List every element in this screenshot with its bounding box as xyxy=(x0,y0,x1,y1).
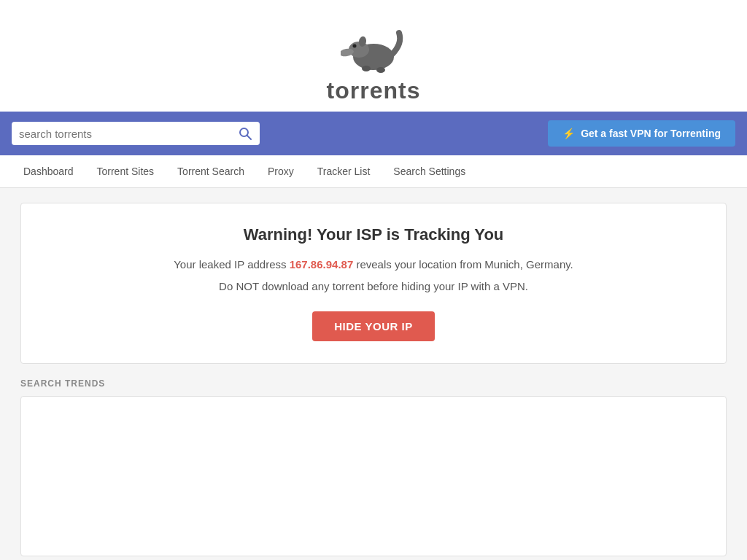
search-trends-label: SEARCH TRENDS xyxy=(20,378,727,389)
warning-line1-suffix: reveals your location from Munich, Germa… xyxy=(356,258,573,271)
nav-item-proxy[interactable]: Proxy xyxy=(256,155,306,187)
search-trends-section: SEARCH TRENDS xyxy=(20,378,727,556)
warning-line2: Do NOT download any torrent before hidin… xyxy=(36,278,711,295)
svg-line-8 xyxy=(247,136,252,140)
search-bar-area: ⚡ Get a fast VPN for Torrenting xyxy=(0,112,747,155)
search-trends-box xyxy=(20,396,727,556)
header: torrents xyxy=(0,0,747,112)
nav-bar: Dashboard Torrent Sites Torrent Search P… xyxy=(0,155,747,188)
logo-text: torrents xyxy=(327,77,421,104)
warning-line1-prefix: Your leaked IP address xyxy=(174,258,286,271)
search-icon xyxy=(238,126,252,141)
vpn-button-icon: ⚡ xyxy=(562,128,575,139)
svg-point-6 xyxy=(376,67,385,73)
main-content: Warning! Your ISP is Tracking You Your l… xyxy=(9,203,738,556)
vpn-button-label: Get a fast VPN for Torrenting xyxy=(581,128,721,139)
nav-item-torrent-sites[interactable]: Torrent Sites xyxy=(85,155,166,187)
warning-box: Warning! Your ISP is Tracking You Your l… xyxy=(20,203,727,364)
warning-title: Warning! Your ISP is Tracking You xyxy=(36,225,711,244)
hide-ip-button[interactable]: HIDE YOUR IP xyxy=(312,311,434,341)
nav-item-search-settings[interactable]: Search Settings xyxy=(382,155,477,187)
search-button[interactable] xyxy=(238,126,252,141)
nav-item-dashboard[interactable]: Dashboard xyxy=(12,155,85,187)
nav-item-torrent-search[interactable]: Torrent Search xyxy=(166,155,256,187)
logo-container: torrents xyxy=(327,15,421,104)
warning-line1: Your leaked IP address 167.86.94.87 reve… xyxy=(36,256,711,273)
logo-image xyxy=(341,15,406,80)
vpn-button[interactable]: ⚡ Get a fast VPN for Torrenting xyxy=(548,120,735,147)
nav-item-tracker-list[interactable]: Tracker List xyxy=(306,155,382,187)
svg-point-3 xyxy=(353,44,357,48)
search-input-wrapper xyxy=(12,122,260,145)
search-input[interactable] xyxy=(19,128,238,140)
ip-address: 167.86.94.87 xyxy=(290,258,354,271)
svg-point-5 xyxy=(362,66,371,71)
